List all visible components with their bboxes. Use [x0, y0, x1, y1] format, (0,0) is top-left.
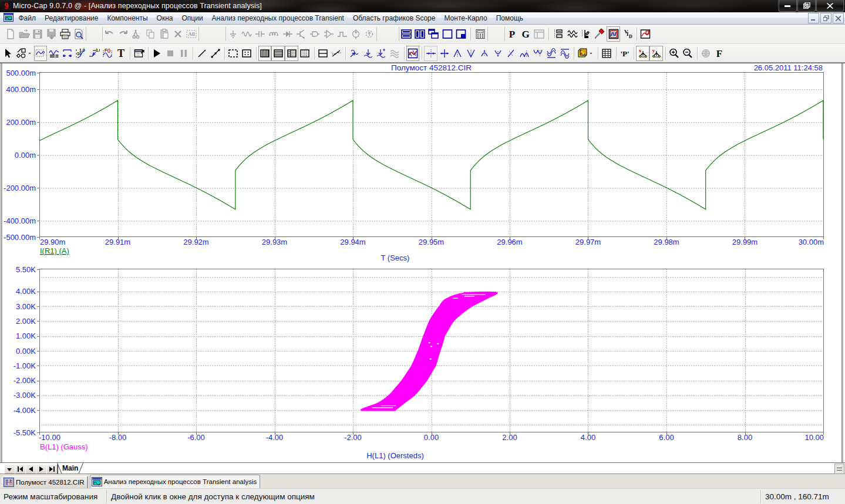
- mdi-close-button[interactable]: [833, 13, 844, 23]
- inductor-component-button[interactable]: [267, 26, 281, 42]
- menu-3[interactable]: Компоненты: [103, 13, 152, 23]
- menu-5[interactable]: Опции: [177, 13, 207, 23]
- clear-button[interactable]: [171, 26, 184, 42]
- go-to-inflection-button[interactable]: [504, 46, 518, 61]
- menu-1[interactable]: Файл: [14, 13, 41, 23]
- window-tab-schematic[interactable]: Полумост 452812.CIR: [2, 476, 88, 488]
- run-button[interactable]: [150, 46, 164, 61]
- go-to-y-button[interactable]: [361, 46, 375, 61]
- properties-button[interactable]: [132, 46, 146, 61]
- grid-settings-button[interactable]: [240, 46, 254, 61]
- save-all-button[interactable]: [45, 26, 58, 42]
- global-high-button[interactable]: [518, 46, 531, 61]
- select-all-button[interactable]: All: [185, 26, 198, 42]
- package-editor-button[interactable]: [579, 26, 592, 42]
- zoom-out-button[interactable]: [681, 46, 695, 61]
- text-mode-button[interactable]: T: [114, 46, 127, 61]
- print-preview-button[interactable]: [72, 26, 85, 42]
- menu-7[interactable]: Область графиков Scope: [348, 13, 440, 23]
- gate-component-button[interactable]: [308, 26, 322, 42]
- go-to-valley-button[interactable]: [464, 46, 478, 61]
- g-key-button[interactable]: G: [519, 26, 532, 42]
- watch-globe-button[interactable]: [699, 46, 713, 61]
- bjt-component-button[interactable]: [294, 26, 308, 42]
- split-horizontal-button[interactable]: [399, 26, 413, 42]
- document-icon[interactable]: [4, 13, 14, 23]
- model-editor-button[interactable]: [533, 26, 546, 42]
- baseline-tokens-button[interactable]: [330, 46, 344, 61]
- line-mode-button[interactable]: [195, 46, 208, 61]
- restore-button[interactable]: [797, 0, 816, 12]
- page-tab-main[interactable]: Main: [57, 463, 83, 473]
- align-cursors-button[interactable]: [388, 46, 402, 61]
- first-page-button[interactable]: [15, 464, 26, 474]
- close-button[interactable]: [816, 0, 844, 12]
- performance-windows-button[interactable]: 'P': [618, 46, 632, 61]
- mixed-grids-button[interactable]: [285, 46, 298, 61]
- component-panel-button[interactable]: [552, 26, 565, 42]
- polyline-mode-button[interactable]: [208, 46, 222, 61]
- go-to-bottom-button[interactable]: [544, 46, 558, 61]
- p-key-button[interactable]: P: [505, 26, 519, 42]
- global-low-button[interactable]: [531, 46, 545, 61]
- previous-page-button[interactable]: [25, 464, 36, 474]
- mdi-restore-button[interactable]: [820, 13, 831, 23]
- animate-options-button[interactable]: [406, 46, 420, 61]
- cursor-cross-button[interactable]: [437, 46, 451, 61]
- horizontal-tag-mode-button[interactable]: 1.010: [74, 46, 87, 61]
- shape-editor-button[interactable]: [565, 26, 579, 42]
- diode-component-button[interactable]: [281, 26, 294, 42]
- mdi-minimize-button[interactable]: [808, 13, 819, 23]
- device-curves-button[interactable]: VID: [620, 26, 634, 42]
- color-palette-button[interactable]: [576, 46, 590, 61]
- select-mode-button[interactable]: [1, 46, 15, 61]
- pause-button[interactable]: [177, 46, 191, 61]
- analysis-window-button[interactable]: [607, 26, 620, 42]
- title-bar[interactable]: 9 Micro-Cap 9.0.7.0 @ - [Анализ переходн…: [0, 0, 845, 12]
- color-dropdown[interactable]: [590, 46, 595, 61]
- zoom-in-button[interactable]: [668, 46, 681, 61]
- go-to-peak-button[interactable]: [451, 46, 464, 61]
- vertical-dashed-grids-button[interactable]: [298, 46, 312, 61]
- current-source-component-button[interactable]: [363, 26, 376, 42]
- go-to-x-button[interactable]: [348, 46, 361, 61]
- auto-scale-x-button[interactable]: x: [636, 46, 649, 61]
- horizontal-axis-grids-button[interactable]: [271, 46, 285, 61]
- help-probe-button[interactable]: [593, 26, 607, 42]
- numeric-output-button[interactable]: [600, 46, 614, 61]
- save-file-button[interactable]: [31, 26, 45, 42]
- scale-mode-button[interactable]: [34, 46, 48, 61]
- tab-scroll-grip[interactable]: [834, 464, 844, 474]
- print-button[interactable]: [58, 26, 72, 42]
- capacitor-component-button[interactable]: [253, 26, 267, 42]
- plot-area[interactable]: Полумост 452812.CIR26.05.2011 11:24:5850…: [0, 63, 845, 463]
- opamp-component-button[interactable]: [322, 26, 335, 42]
- slope-tag-mode-button[interactable]: 1.0: [87, 46, 101, 61]
- paste-button[interactable]: [157, 26, 171, 42]
- menu-4[interactable]: Окна: [152, 13, 177, 23]
- open-file-button[interactable]: [17, 26, 31, 42]
- menu-9[interactable]: Помощь: [491, 13, 527, 23]
- point-tag-mode-button[interactable]: [60, 46, 74, 61]
- overlap-window-button[interactable]: [440, 26, 454, 42]
- go-to-branch-button[interactable]: [375, 46, 388, 61]
- graphics-dropdown[interactable]: [28, 46, 34, 61]
- cursor-select-button[interactable]: [424, 46, 437, 61]
- cascade-windows-button[interactable]: [427, 26, 440, 42]
- resistor-component-button[interactable]: [240, 26, 253, 42]
- redo-button[interactable]: [116, 26, 130, 42]
- cut-button[interactable]: [130, 26, 143, 42]
- ground-component-button[interactable]: [226, 26, 240, 42]
- menu-2[interactable]: Редактирование: [41, 13, 103, 23]
- performance-tag-mode-button[interactable]: F(): [101, 46, 115, 61]
- auto-scale-y-button[interactable]: y: [649, 46, 663, 61]
- minimize-button[interactable]: [779, 0, 797, 12]
- go-to-low-button[interactable]: [491, 46, 504, 61]
- cursor-mode-button[interactable]: [47, 46, 60, 61]
- minor-log-grids-button[interactable]: [317, 46, 330, 61]
- scope-window-button[interactable]: [639, 26, 652, 42]
- last-page-button[interactable]: [46, 464, 58, 474]
- tile-window-button[interactable]: [454, 26, 467, 42]
- next-page-button[interactable]: [36, 464, 47, 474]
- page-list-dropdown-button[interactable]: [4, 464, 15, 474]
